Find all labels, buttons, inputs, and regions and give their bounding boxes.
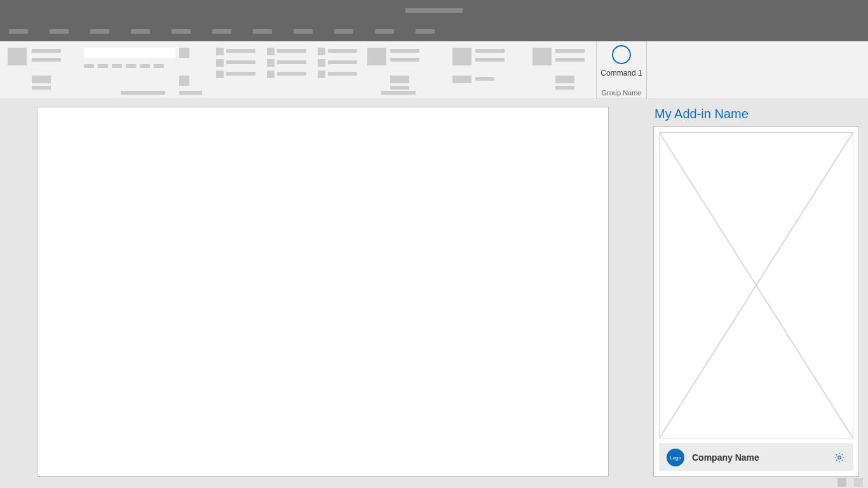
ribbon-tab[interactable] — [375, 29, 394, 34]
svg-point-2 — [838, 456, 841, 459]
ribbon-tab[interactable] — [90, 29, 109, 34]
task-pane-title: My Add-in Name — [653, 107, 859, 121]
gear-icon — [834, 452, 845, 463]
placeholder-icon — [659, 132, 853, 438]
ribbon-group-label: Group Name — [602, 89, 642, 97]
view-button[interactable] — [854, 478, 863, 487]
ribbon-tab-strip — [0, 21, 868, 41]
ribbon-tab[interactable] — [416, 29, 435, 34]
ribbon-tab[interactable] — [212, 29, 231, 34]
view-button[interactable] — [837, 478, 846, 487]
command-1-label: Command 1 — [600, 69, 642, 78]
task-pane-frame: Logo Company Name — [653, 126, 859, 477]
ribbon-skeleton — [0, 41, 596, 98]
ribbon-custom-group: Command 1 Group Name — [596, 41, 647, 98]
ribbon: Command 1 Group Name — [0, 41, 868, 99]
task-pane: My Add-in Name Logo Company Name — [642, 99, 868, 477]
company-name-label: Company Name — [692, 452, 833, 463]
task-pane-footer: Logo Company Name — [659, 444, 853, 471]
ribbon-tab[interactable] — [334, 29, 353, 34]
document-area — [0, 99, 642, 477]
title-bar — [0, 0, 868, 21]
task-pane-body — [654, 127, 858, 444]
workspace: My Add-in Name Logo Company Name — [0, 99, 868, 477]
ribbon-tab[interactable] — [131, 29, 150, 34]
ribbon-tab[interactable] — [172, 29, 191, 34]
ribbon-tab[interactable] — [253, 29, 272, 34]
title-placeholder — [405, 8, 463, 13]
settings-button[interactable] — [833, 451, 846, 464]
status-bar — [0, 477, 868, 488]
ribbon-tab[interactable] — [50, 29, 69, 34]
command-1-icon[interactable] — [612, 45, 631, 64]
ribbon-tab[interactable] — [294, 29, 313, 34]
ribbon-tab[interactable] — [9, 29, 28, 34]
document-page[interactable] — [37, 107, 609, 477]
company-logo-icon: Logo — [667, 449, 684, 466]
